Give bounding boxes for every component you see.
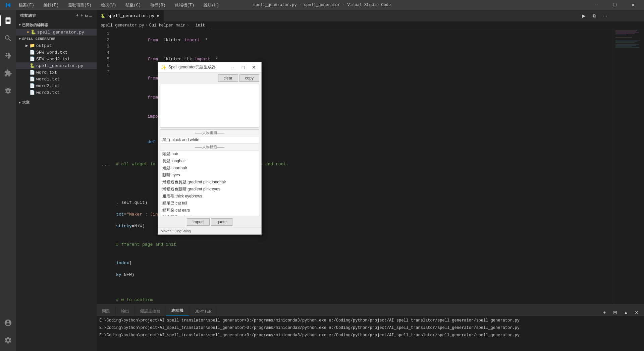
dialog-minimize-button[interactable]: – (228, 64, 237, 71)
menu-file[interactable]: 檔案(F) (17, 2, 36, 9)
new-file-icon[interactable]: + (76, 13, 79, 18)
menu-go[interactable]: 移至(G) (123, 2, 143, 9)
app-icon (3, 0, 13, 10)
panel-close-button[interactable]: ✕ (632, 309, 641, 316)
refresh-icon[interactable]: ↻ (85, 13, 88, 18)
panel-tab-problems[interactable]: 問題 (97, 306, 116, 316)
collapse-icon[interactable]: … (90, 13, 93, 18)
open-editor-spell-generator[interactable]: ● 🐍 spell_generator.py (16, 29, 97, 36)
list-item-thick-eyebrows[interactable]: 粗眉毛:thick eyebrows (160, 193, 259, 200)
window-controls[interactable]: – □ ✕ (589, 0, 641, 10)
sidebar-item-word[interactable]: 📄 word.txt (16, 69, 97, 76)
tab-bar: 🐍 spell_generator.py ● ▶ ⧉ ··· (97, 10, 644, 22)
spell-generator-dialog[interactable]: ✨ Spell generator咒語生成器 – □ ✕ clear copy (158, 62, 262, 235)
tab-py-icon: 🐍 (101, 14, 105, 18)
workspace-label: 大寫 (22, 100, 30, 105)
activity-account[interactable] (0, 315, 16, 331)
quote-button[interactable]: quote (211, 218, 232, 226)
panel-tabs: 問題 輸出 錯誤主控台 終端機 JUPYTER + ⊟ ▲ ✕ (97, 304, 644, 316)
split-editor-button[interactable]: ⧉ (590, 12, 599, 19)
terminal-line-1: E:\Coding\python\project\AI_spell_transl… (99, 317, 641, 324)
dialog-maximize-button[interactable]: □ (238, 64, 248, 71)
activity-extensions[interactable] (0, 65, 16, 81)
list-item-shorthair[interactable]: 短髮:shorthair (160, 165, 259, 172)
menu-help[interactable]: 說明(H) (202, 2, 221, 9)
maximize-button[interactable]: □ (607, 0, 623, 10)
dialog-buttons-top: clear copy (158, 72, 261, 84)
close-button[interactable]: ✕ (625, 0, 641, 10)
list-item-longhair[interactable]: 長髮:longhair (160, 158, 259, 165)
menu-terminal[interactable]: 終端機(T) (173, 2, 197, 9)
sidebar-item-output[interactable]: ▶ 📁 output (16, 42, 97, 49)
open-editors-chevron: ▼ (19, 23, 21, 27)
list-item-gradient-pink-eyes[interactable]: 漸變粉色眼睛:gradient pink eyes (160, 186, 259, 193)
menu-run[interactable]: 執行(R) (148, 2, 168, 9)
sidebar-item-sfw-word2[interactable]: 📄 SFW_word2.txt (16, 56, 97, 62)
project-group[interactable]: ▼ SPELL_GENERATOR (16, 36, 97, 42)
menu-select[interactable]: 選取項目(S) (66, 2, 94, 9)
activity-source-control[interactable] (0, 48, 16, 64)
code-more-5: index] (113, 257, 614, 269)
panel-tab-jupyter[interactable]: JUPYTER (189, 307, 217, 316)
list-item-hair[interactable]: 頭髮:hair (160, 151, 259, 158)
menu-view[interactable]: 檢視(V) (99, 2, 118, 9)
clear-button[interactable]: clear (218, 74, 238, 82)
panel-tab-output[interactable]: 輸出 (116, 306, 135, 316)
more-actions-button[interactable]: ··· (600, 12, 610, 19)
terminal-split-button[interactable]: ⊟ (610, 309, 620, 316)
dialog-titlebar[interactable]: ✨ Spell generator咒語生成器 – □ ✕ (158, 62, 261, 72)
activity-explorer[interactable] (0, 13, 16, 29)
tab-spell-generator[interactable]: 🐍 spell_generator.py ● (97, 10, 164, 21)
new-folder-icon[interactable]: + (80, 13, 84, 18)
code-more-6: ky=N+W) (113, 269, 614, 281)
new-terminal-button[interactable]: + (600, 309, 609, 316)
breadcrumb-symbol1[interactable]: Gui_helper_main (149, 23, 185, 28)
dialog-list-area[interactable]: ——人物畫圖—— 黑白:black and white ——人物標籤—— 頭髮:… (160, 129, 259, 216)
dialog-maker-label: Maker：JingShing (161, 229, 191, 233)
sidebar-header: 檔案總管 + + ↻ … (16, 10, 97, 21)
workspace-section[interactable]: ▶ 大寫 (16, 99, 97, 106)
panel-tab-terminal[interactable]: 終端機 (166, 306, 189, 316)
editor-top-actions: ▶ ⧉ ··· (577, 10, 612, 21)
terminal-line-2: E:\Coding\python\project\AI_spell_transl… (99, 325, 641, 331)
sidebar-item-sfw-word[interactable]: 📄 SFW_word.txt (16, 49, 97, 56)
activity-settings[interactable] (0, 332, 16, 348)
import-button[interactable]: import (187, 218, 209, 226)
list-item-animal-ears[interactable]: 動物耳朵:animal ears (160, 214, 259, 216)
sidebar-item-word2[interactable]: 📄 word2.txt (16, 82, 97, 89)
breadcrumb-sep-2: › (187, 23, 189, 28)
list-item-cat-tail[interactable]: 貓尾巴:cat tail (160, 200, 259, 207)
project-label: SPELL_GENERATOR (22, 37, 55, 41)
minimap (614, 29, 644, 304)
minimize-button[interactable]: – (589, 0, 604, 10)
open-editors-group[interactable]: ▼ 已開啟的編輯器 (16, 21, 97, 29)
activity-search[interactable] (0, 30, 16, 46)
breadcrumb-symbol2[interactable]: __init__ (191, 23, 210, 28)
bottom-panel: 問題 輸出 錯誤主控台 終端機 JUPYTER + ⊟ ▲ ✕ E:\Codin… (97, 304, 644, 351)
titlebar-menu[interactable]: 檔案(F) 編輯(E) 選取項目(S) 檢視(V) 移至(G) 執行(R) 終端… (17, 2, 221, 9)
list-item-gradient-pink-longhair[interactable]: 漸變粉色長髮:gradient pink longhair (160, 179, 259, 186)
activity-debug[interactable] (0, 82, 16, 99)
folder-label: output (36, 43, 52, 48)
sidebar-header-icons[interactable]: + + ↻ … (76, 13, 93, 18)
run-button[interactable]: ▶ (579, 12, 588, 19)
sidebar-item-word3[interactable]: 📄 word3.txt (16, 89, 97, 96)
panel-tab-debug[interactable]: 錯誤主控台 (135, 306, 166, 316)
dialog-output-area[interactable] (160, 84, 259, 128)
activity-bar (0, 10, 16, 351)
titlebar: 檔案(F) 編輯(E) 選取項目(S) 檢視(V) 移至(G) 執行(R) 終端… (0, 0, 644, 10)
dialog-close-button[interactable]: ✕ (249, 64, 259, 71)
py-file-icon: 🐍 (31, 30, 36, 35)
breadcrumb-sep-1: › (146, 23, 148, 28)
menu-edit[interactable]: 編輯(E) (42, 2, 61, 9)
sidebar-item-word1[interactable]: 📄 word1.txt (16, 76, 97, 82)
sidebar-item-spell-generator[interactable]: 🐍 spell_generator.py (16, 62, 97, 69)
breadcrumb-file[interactable]: spell_generator.py (101, 23, 144, 28)
copy-button[interactable]: copy (239, 74, 259, 82)
list-item-cat-ears[interactable]: 貓耳朵:cat ears (160, 207, 259, 214)
list-item-eyes[interactable]: 眼睛:eyes (160, 172, 259, 179)
tab-close-button[interactable]: ● (156, 13, 159, 18)
panel-maximize-button[interactable]: ▲ (621, 309, 631, 316)
close-modified-icon[interactable]: ● (27, 30, 29, 34)
list-item-black-white[interactable]: 黑白:black and white (160, 136, 259, 143)
